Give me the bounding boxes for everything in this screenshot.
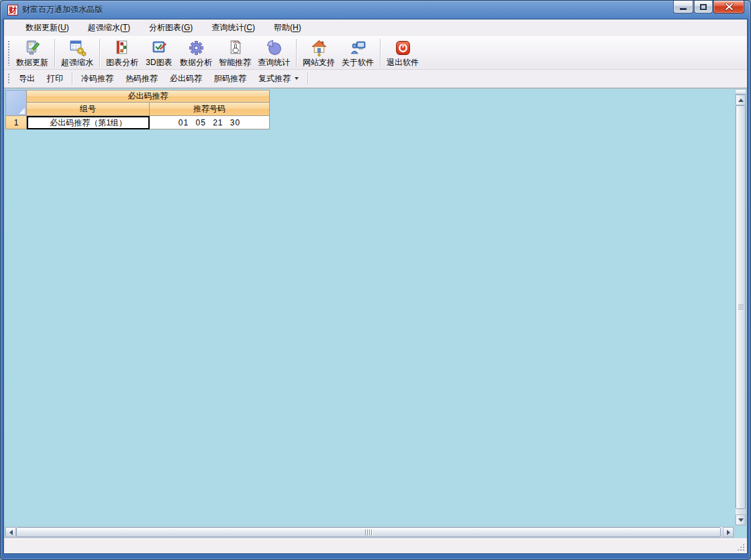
horizontal-scroll-track[interactable] — [16, 527, 723, 537]
toolbar-label: 3D图表 — [146, 58, 172, 67]
cell-group-name[interactable]: 必出码推荐（第1组） — [27, 116, 150, 129]
toolbar-button-chart-analysis[interactable]: 图表分析 — [103, 38, 142, 69]
button-must-number-recommend[interactable]: 必出码荐 — [164, 70, 208, 87]
chart-analysis-icon — [113, 39, 132, 57]
maximize-icon — [700, 4, 707, 10]
toolbar-button-shrink[interactable]: 超强缩水 — [58, 38, 97, 69]
menu-shrink[interactable]: 超强缩水(T) — [79, 19, 140, 36]
close-button[interactable] — [713, 1, 744, 13]
toolbar-separator — [296, 39, 297, 67]
toolbar-label: 数据分析 — [180, 58, 212, 67]
chevron-down-icon — [295, 77, 299, 80]
toolbar-button-smart-recommend[interactable]: 智能推荐 — [215, 38, 254, 69]
button-dan-number-recommend[interactable]: 胆码推荐 — [208, 70, 252, 87]
secondary-toolbar: 导出 打印 冷码推荐 热码推荐 必出码荐 胆码推荐 复式推荐 — [4, 70, 747, 88]
toolbar-label: 退出软件 — [387, 58, 419, 67]
grid-group-header[interactable]: 必出码推荐 — [27, 90, 270, 103]
toolbar-label: 查询统计 — [258, 58, 290, 67]
button-complex-recommend-dropdown[interactable]: 复式推荐 — [252, 70, 305, 87]
toolbar-separator — [54, 39, 55, 67]
toolbar-label: 数据更新 — [16, 58, 48, 67]
toolbar-separator — [380, 39, 381, 67]
main-toolbar: 数据更新 — [4, 36, 747, 70]
toolbar-button-website[interactable]: 网站支持 — [299, 38, 338, 69]
button-export[interactable]: 导出 — [13, 70, 41, 87]
maximize-button[interactable] — [694, 1, 713, 13]
vertical-scroll-track[interactable] — [736, 105, 746, 514]
toolbar-grip[interactable] — [7, 73, 10, 84]
grid-client-area: 必出码推荐 组号 推荐号码 1 必出码推荐（第1组） 01 05 21 30 — [4, 88, 747, 539]
scroll-right-icon — [727, 530, 730, 535]
about-icon — [349, 39, 367, 57]
toolbar-label: 智能推荐 — [219, 58, 251, 67]
toolbar-button-query-stats[interactable]: 查询统计 — [254, 38, 293, 69]
button-cold-number-recommend[interactable]: 冷码推荐 — [75, 70, 119, 87]
button-print[interactable]: 打印 — [41, 70, 69, 87]
toolbar-button-3d-chart[interactable]: 3D图表 — [142, 38, 177, 69]
menu-query-stats[interactable]: 查询统计(C) — [202, 19, 264, 36]
app-body: 数据更新(U) 超强缩水(T) 分析图表(G) 查询统计(C) 帮助(H) 数据… — [3, 19, 748, 554]
scroll-down-icon — [738, 518, 744, 522]
scroll-up-icon — [738, 99, 744, 102]
close-icon — [725, 3, 734, 11]
scroll-left-button[interactable] — [5, 527, 16, 537]
title-bar: 财 财富百万通加强水晶版 — [1, 1, 750, 19]
thumb-grip-icon — [738, 304, 744, 311]
toolbar-label: 网站支持 — [303, 58, 335, 67]
shrink-icon — [68, 39, 87, 57]
data-update-icon — [23, 39, 42, 57]
toolbar-button-data-update[interactable]: 数据更新 — [13, 38, 52, 69]
app-icon: 财 — [7, 5, 18, 15]
toolbar-button-about[interactable]: 关于软件 — [338, 38, 377, 69]
scroll-down-button[interactable] — [736, 514, 746, 525]
gear-icon — [187, 39, 205, 57]
toolbar-grip[interactable] — [7, 40, 10, 66]
home-icon — [310, 39, 328, 57]
vertical-scrollbar[interactable] — [735, 89, 746, 526]
thumb-grip-icon — [364, 529, 372, 535]
menu-help[interactable]: 帮助(H) — [264, 19, 311, 36]
resize-grip[interactable] — [736, 543, 745, 551]
vertical-scroll-thumb[interactable] — [736, 105, 746, 509]
recommend-grid: 必出码推荐 组号 推荐号码 1 必出码推荐（第1组） 01 05 21 30 — [5, 90, 270, 129]
split-box[interactable] — [736, 90, 746, 95]
column-header-numbers[interactable]: 推荐号码 — [150, 103, 270, 116]
toolbar-button-exit[interactable]: 退出软件 — [383, 38, 422, 69]
app-window: 财 财富百万通加强水晶版 数据更新(U) 超强缩水(T) 分析图表(G) 查询统… — [0, 0, 751, 560]
toolbar-button-data-analysis[interactable]: 数据分析 — [177, 38, 215, 69]
column-header-group[interactable]: 组号 — [27, 103, 150, 116]
scroll-up-button[interactable] — [736, 95, 746, 105]
chart-3d-icon — [150, 39, 168, 57]
button-hot-number-recommend[interactable]: 热码推荐 — [119, 70, 164, 87]
horizontal-scroll-thumb[interactable] — [16, 527, 721, 537]
toolbar-label: 图表分析 — [106, 58, 138, 67]
minimize-button[interactable] — [673, 1, 693, 13]
menu-analysis-charts[interactable]: 分析图表(G) — [140, 19, 202, 36]
menu-bar: 数据更新(U) 超强缩水(T) 分析图表(G) 查询统计(C) 帮助(H) — [4, 19, 747, 36]
toolbar-label: 超强缩水 — [61, 58, 93, 67]
caption-buttons — [673, 1, 744, 13]
toolbar-separator — [307, 72, 308, 85]
exit-icon — [394, 39, 412, 57]
smart-recommend-icon — [226, 39, 244, 57]
cell-recommend-numbers[interactable]: 01 05 21 30 — [150, 116, 270, 129]
toolbar-separator — [99, 39, 100, 67]
horizontal-scrollbar[interactable] — [5, 526, 734, 538]
menu-data-update[interactable]: 数据更新(U) — [16, 19, 79, 36]
grid-corner-select-all[interactable] — [5, 90, 27, 116]
status-bar — [4, 539, 747, 553]
scroll-left-icon — [9, 530, 13, 535]
window-title: 财富百万通加强水晶版 — [22, 4, 103, 15]
toolbar-label: 关于软件 — [342, 58, 374, 67]
scroll-right-button[interactable] — [723, 527, 734, 537]
pie-chart-icon — [265, 39, 283, 57]
toolbar-separator — [72, 72, 72, 85]
row-header-1[interactable]: 1 — [5, 116, 27, 129]
minimize-icon — [680, 8, 687, 10]
